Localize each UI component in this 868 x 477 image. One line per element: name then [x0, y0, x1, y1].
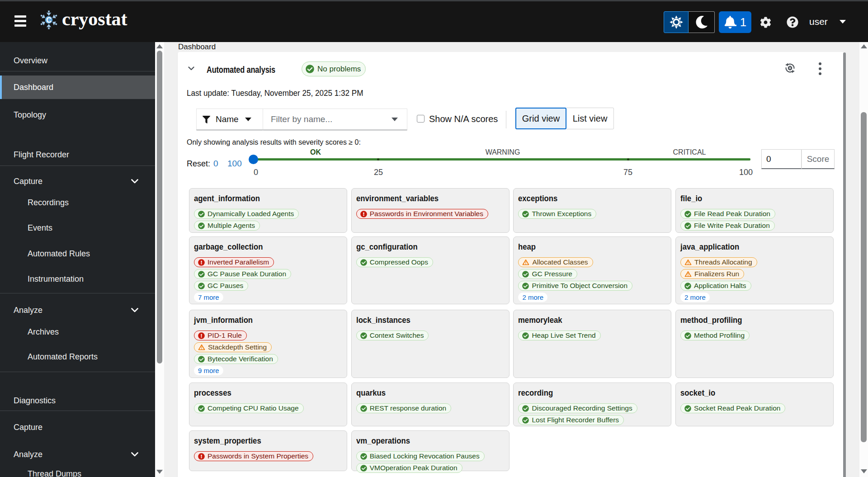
svg-text:C: C [46, 16, 52, 24]
